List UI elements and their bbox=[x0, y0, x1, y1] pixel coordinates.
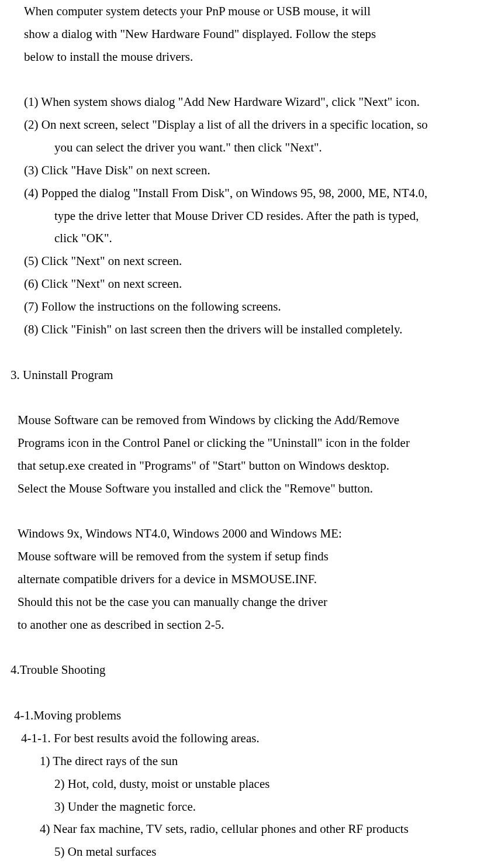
blank-line bbox=[11, 500, 487, 523]
intro-line: below to install the mouse drivers. bbox=[24, 46, 487, 68]
blank-line bbox=[11, 341, 487, 364]
body-line: Mouse Software can be removed from Windo… bbox=[18, 409, 487, 432]
body-line: Programs icon in the Control Panel or cl… bbox=[18, 432, 487, 454]
list-item: 4) Near fax machine, TV sets, radio, cel… bbox=[40, 818, 487, 841]
step-item: (7) Follow the instructions on the follo… bbox=[24, 295, 487, 318]
blank-line bbox=[11, 68, 487, 91]
step-continuation: type the drive letter that Mouse Driver … bbox=[54, 205, 487, 228]
step-item: (1) When system shows dialog "Add New Ha… bbox=[24, 91, 487, 113]
body-line: that setup.exe created in "Programs" of … bbox=[18, 454, 487, 477]
document-page: When computer system detects your PnP mo… bbox=[0, 0, 498, 868]
step-item: (4) Popped the dialog "Install From Disk… bbox=[24, 182, 487, 205]
blank-line bbox=[11, 386, 487, 409]
list-item: 3) Under the magnetic force. bbox=[54, 795, 487, 818]
list-item: 5) On metal surfaces bbox=[54, 841, 487, 863]
body-line: Select the Mouse Software you installed … bbox=[18, 477, 487, 500]
section-heading-uninstall: 3. Uninstall Program bbox=[11, 364, 487, 387]
step-item: (2) On next screen, select "Display a li… bbox=[24, 113, 487, 136]
body-line: to another one as described in section 2… bbox=[18, 614, 487, 636]
step-continuation: click "OK". bbox=[54, 227, 487, 250]
blank-line bbox=[11, 636, 487, 659]
step-item: (8) Click "Finish" on last screen then t… bbox=[24, 318, 487, 341]
body-line: Should this not be the case you can manu… bbox=[18, 591, 487, 614]
blank-line bbox=[11, 681, 487, 704]
section-heading-troubleshooting: 4.Trouble Shooting bbox=[11, 659, 487, 681]
sub-subsection-heading: 4-1-1. For best results avoid the follow… bbox=[21, 727, 487, 750]
body-line: Mouse software will be removed from the … bbox=[18, 545, 487, 568]
body-line: alternate compatible drivers for a devic… bbox=[18, 568, 487, 591]
intro-line: When computer system detects your PnP mo… bbox=[24, 0, 487, 23]
subsection-heading: 4-1.Moving problems bbox=[14, 704, 487, 727]
step-item: (3) Click "Have Disk" on next screen. bbox=[24, 159, 487, 182]
intro-line: show a dialog with "New Hardware Found" … bbox=[24, 23, 487, 46]
list-item: 2) Hot, cold, dusty, moist or unstable p… bbox=[54, 773, 487, 795]
body-line: Windows 9x, Windows NT4.0, Windows 2000 … bbox=[18, 522, 487, 545]
step-item: (5) Click "Next" on next screen. bbox=[24, 250, 487, 273]
step-continuation: you can select the driver you want." the… bbox=[54, 136, 487, 159]
list-item: 1) The direct rays of the sun bbox=[40, 750, 487, 773]
step-item: (6) Click "Next" on next screen. bbox=[24, 273, 487, 295]
